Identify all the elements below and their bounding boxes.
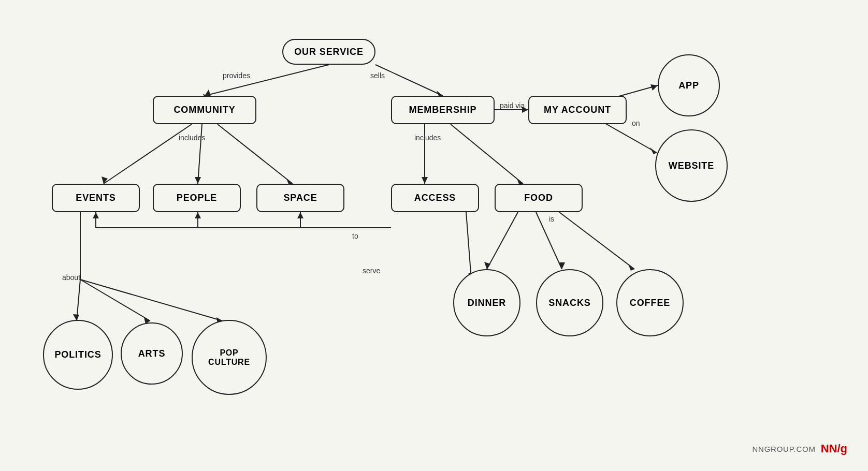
- node-food: FOOD: [495, 184, 583, 212]
- label-membership-includes: includes: [414, 134, 441, 142]
- svg-line-25: [559, 212, 634, 269]
- svg-marker-8: [650, 84, 658, 91]
- footer-site: NNGROUP.COM: [752, 445, 815, 453]
- svg-marker-18: [422, 177, 428, 184]
- footer-logo: NN/g: [821, 442, 847, 455]
- svg-line-3: [375, 65, 443, 96]
- svg-marker-14: [195, 177, 201, 184]
- node-access: ACCESS: [391, 184, 479, 212]
- node-app: APP: [658, 54, 720, 116]
- svg-line-37: [80, 279, 150, 321]
- svg-line-35: [77, 279, 80, 321]
- svg-line-21: [487, 212, 518, 269]
- label-community-includes: includes: [179, 134, 205, 142]
- label-sells: sells: [370, 71, 385, 80]
- svg-marker-31: [195, 212, 201, 218]
- node-community: COMMUNITY: [153, 96, 256, 124]
- node-arts: ARTS: [121, 322, 183, 385]
- svg-marker-33: [297, 212, 303, 218]
- node-pop-culture: POP CULTURE: [192, 320, 267, 395]
- node-politics: POLITICS: [43, 320, 113, 390]
- connection-lines: [0, 0, 868, 471]
- svg-marker-26: [628, 264, 634, 271]
- svg-marker-24: [559, 262, 565, 269]
- svg-line-39: [80, 279, 223, 321]
- svg-line-15: [218, 124, 293, 184]
- diagram: provides sells includes includes paid vi…: [0, 0, 868, 471]
- node-people: PEOPLE: [153, 184, 241, 212]
- label-to: to: [352, 232, 358, 240]
- svg-line-41: [466, 212, 471, 279]
- label-on: on: [632, 119, 640, 127]
- label-about: about: [62, 273, 80, 282]
- node-our-service: OUR SERVICE: [282, 39, 375, 65]
- node-coffee: COFFEE: [616, 269, 684, 336]
- svg-line-0: [205, 65, 329, 96]
- node-my-account: MY ACCOUNT: [528, 96, 627, 124]
- label-provides: provides: [223, 71, 250, 80]
- footer: NNGROUP.COM NN/g: [752, 442, 847, 455]
- svg-marker-12: [102, 176, 108, 184]
- node-dinner: DINNER: [453, 269, 520, 336]
- label-is: is: [549, 215, 554, 223]
- svg-marker-10: [650, 148, 657, 154]
- node-snacks: SNACKS: [536, 269, 603, 336]
- label-paid-via: paid via: [500, 101, 525, 110]
- svg-marker-22: [484, 262, 490, 269]
- node-space: SPACE: [256, 184, 344, 212]
- node-membership: MEMBERSHIP: [391, 96, 495, 124]
- svg-line-19: [451, 124, 523, 184]
- svg-marker-29: [93, 212, 99, 218]
- node-website: WEBSITE: [655, 129, 728, 202]
- node-events: EVENTS: [52, 184, 140, 212]
- label-serve: serve: [363, 267, 380, 275]
